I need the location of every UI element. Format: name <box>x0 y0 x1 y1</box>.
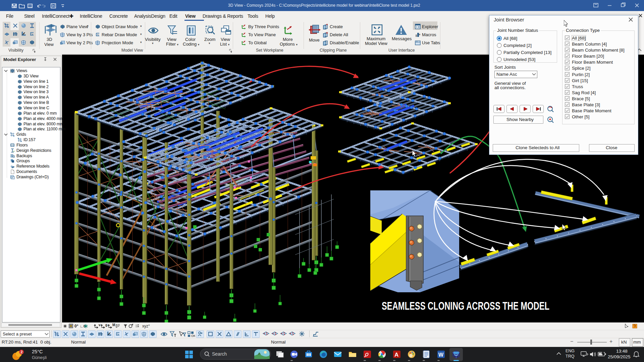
svg-text:∟0: ∟0 <box>80 324 86 328</box>
svg-text:M: M <box>112 323 115 327</box>
svg-text:0°: 0° <box>74 324 78 328</box>
svg-text:g: g <box>105 323 107 327</box>
svg-text:2: 2 <box>21 350 23 354</box>
svg-text:v: v <box>99 323 101 327</box>
svg-text:W: W <box>438 352 444 358</box>
svg-text:SEAMLESS CLONING ACROSS THE MO: SEAMLESS CLONING ACROSS THE MODEL <box>382 299 549 312</box>
svg-text:A: A <box>394 352 398 358</box>
svg-text:xyz°: xyz° <box>142 324 150 328</box>
svg-text:OK: OK <box>191 334 195 338</box>
